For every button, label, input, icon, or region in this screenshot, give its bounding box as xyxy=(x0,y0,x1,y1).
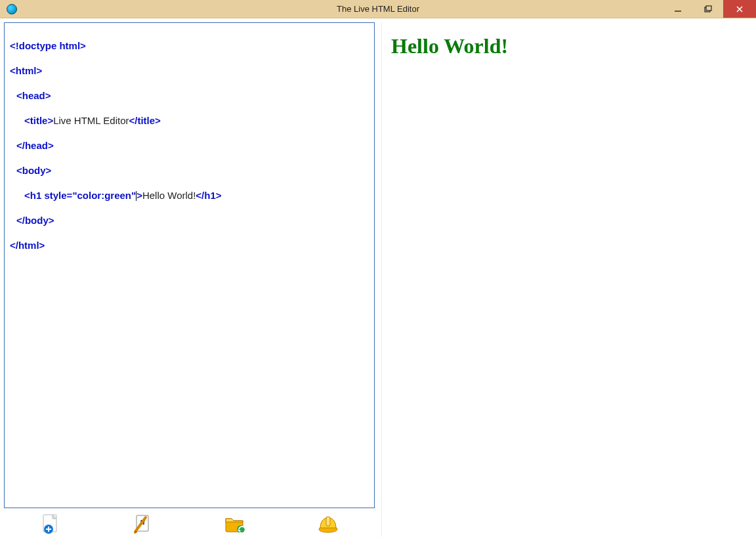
preview-pane: Hello World! xyxy=(381,22,752,537)
left-column: <!doctype html> <html> <head> <title>Liv… xyxy=(4,22,375,537)
preview-heading: Hello World! xyxy=(391,34,743,58)
text-cursor xyxy=(136,191,136,201)
editor-toolbar: H xyxy=(4,508,375,537)
code-token: </body> xyxy=(16,215,54,226)
code-token: </h1> xyxy=(196,190,221,201)
code-token: <h1 style="color:green" xyxy=(24,190,136,201)
svg-rect-2 xyxy=(706,6,711,11)
svg-rect-17 xyxy=(326,517,330,526)
window-titlebar: The Live HTML Editor xyxy=(0,0,756,18)
new-file-button[interactable] xyxy=(40,513,60,535)
code-token: <html> xyxy=(10,65,42,76)
workspace: <!doctype html> <html> <head> <title>Liv… xyxy=(0,18,756,541)
code-editor[interactable]: <!doctype html> <html> <head> <title>Liv… xyxy=(4,22,375,508)
code-token: <!doctype html> xyxy=(10,40,86,51)
edit-html-icon: H xyxy=(133,513,152,534)
code-text: Live HTML Editor xyxy=(53,115,129,126)
open-folder-button[interactable] xyxy=(224,513,245,535)
open-folder-icon xyxy=(224,514,245,534)
close-button[interactable] xyxy=(723,0,756,18)
code-token: <head> xyxy=(16,90,51,101)
hardhat-icon xyxy=(318,515,339,533)
new-file-icon xyxy=(40,513,60,534)
code-text: Hello World! xyxy=(142,190,196,201)
code-token: > xyxy=(136,190,142,201)
edit-html-button[interactable]: H xyxy=(133,513,153,535)
window-title: The Live HTML Editor xyxy=(0,4,756,14)
app-icon xyxy=(7,4,17,14)
code-token: <body> xyxy=(16,165,51,176)
window-controls xyxy=(663,0,756,18)
code-token: </title> xyxy=(129,115,161,126)
code-token: </html> xyxy=(10,240,45,251)
code-token: <title> xyxy=(24,115,53,126)
preview-body: Hello World! xyxy=(382,22,752,70)
code-token: </head> xyxy=(16,140,54,151)
minimize-button[interactable] xyxy=(663,0,693,18)
maximize-button[interactable] xyxy=(693,0,723,18)
build-button[interactable] xyxy=(318,513,339,535)
